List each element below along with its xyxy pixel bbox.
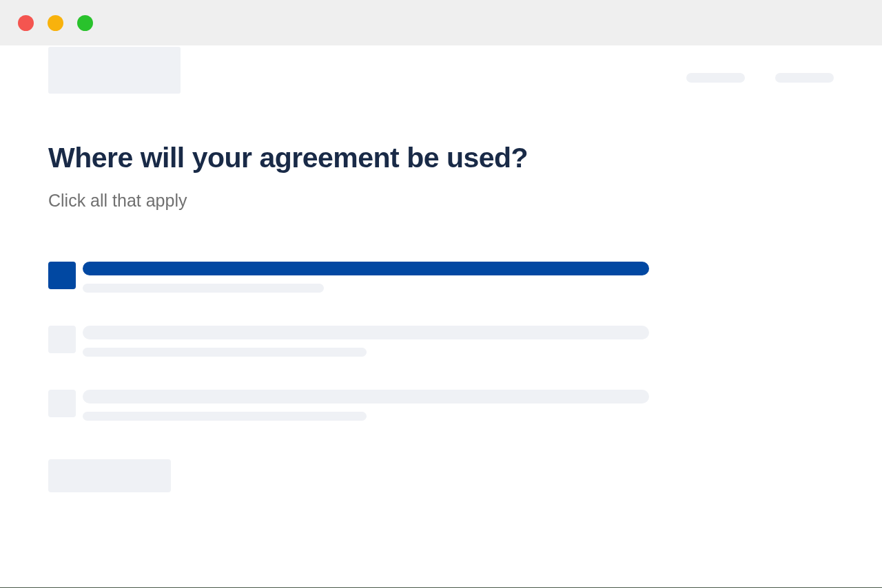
option-row[interactable] [48,262,834,293]
option-description-placeholder [83,348,367,357]
option-row[interactable] [48,390,834,421]
checkbox-unchecked[interactable] [48,326,76,353]
option-row[interactable] [48,326,834,357]
checkbox-checked[interactable] [48,262,76,289]
option-label-placeholder [83,262,649,275]
option-text [83,390,649,421]
option-label-placeholder [83,390,649,403]
window-title-bar [0,0,882,45]
header-row [48,45,834,94]
option-text [83,262,649,293]
maximize-icon[interactable] [77,15,93,31]
page-content: Where will your agreement be used? Click… [0,45,882,587]
page-title: Where will your agreement be used? [48,142,834,174]
app-window: Where will your agreement be used? Click… [0,0,882,588]
option-description-placeholder [83,412,367,421]
page-subtitle: Click all that apply [48,191,834,211]
nav-link-placeholder[interactable] [775,73,834,83]
nav-link-placeholder[interactable] [686,73,745,83]
submit-button-placeholder[interactable] [48,459,171,492]
option-text [83,326,649,357]
nav-items [686,73,834,83]
checkbox-unchecked[interactable] [48,390,76,417]
close-icon[interactable] [18,15,34,31]
option-description-placeholder [83,284,324,293]
option-label-placeholder [83,326,649,339]
logo-placeholder [48,47,181,94]
minimize-icon[interactable] [48,15,63,31]
options-list [48,262,834,421]
